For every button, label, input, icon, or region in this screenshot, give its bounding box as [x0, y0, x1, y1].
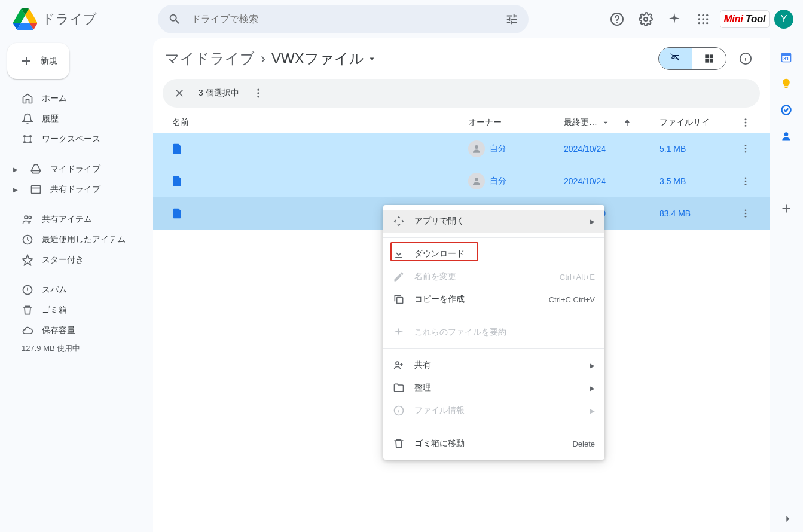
keep-icon[interactable] [780, 78, 792, 90]
logo-section[interactable]: ドライブ [5, 7, 153, 31]
menu-open-with[interactable]: アプリで開く ▶ [383, 210, 604, 233]
sidebar-item-workspaces[interactable]: ワークスペース [7, 129, 146, 149]
svg-point-2 [644, 17, 648, 21]
drive-icon [30, 163, 42, 175]
workspace-icon [22, 133, 33, 145]
svg-point-26 [257, 89, 259, 91]
search-icon[interactable] [163, 7, 187, 31]
settings-icon[interactable] [634, 7, 658, 31]
svg-point-5 [706, 14, 708, 16]
sidebar-item-activity[interactable]: 履歴 [7, 109, 146, 129]
people-icon [22, 213, 33, 225]
svg-point-51 [784, 132, 789, 136]
svg-point-37 [745, 177, 747, 179]
col-owner[interactable]: オーナー [468, 117, 564, 128]
svg-rect-16 [32, 185, 41, 193]
row-date: 2024/10/24 [564, 176, 660, 186]
sidebar-item-recent[interactable]: 最近使用したアイテム [7, 230, 146, 250]
folder-icon [393, 382, 405, 394]
storage-usage: 127.9 MB 使用中 [7, 343, 146, 354]
menu-copy[interactable]: コピーを作成 Ctrl+C Ctrl+V [383, 288, 604, 311]
copy-icon [393, 293, 405, 305]
svg-point-7 [702, 18, 704, 20]
chevron-right-icon: ▶ [10, 166, 22, 173]
avatar[interactable]: Y [774, 10, 793, 29]
svg-point-18 [29, 216, 31, 219]
details-icon[interactable] [734, 47, 758, 71]
sort-up-icon [622, 118, 632, 127]
col-modified[interactable]: 最終更… [564, 117, 660, 128]
star-icon [22, 254, 33, 266]
svg-point-15 [29, 141, 32, 143]
calendar-icon[interactable]: 31 [780, 51, 792, 63]
cloud-icon [22, 325, 33, 337]
clear-selection-button[interactable] [167, 81, 191, 105]
dropdown-icon [367, 53, 377, 64]
tasks-icon[interactable] [780, 104, 792, 116]
svg-point-31 [745, 125, 747, 127]
sidebar-item-trash[interactable]: ゴミ箱 [7, 300, 146, 320]
menu-download[interactable]: ダウンロード [383, 243, 604, 265]
minitool-badge[interactable]: Mini Tool [720, 10, 770, 28]
apps-icon[interactable] [691, 7, 715, 31]
svg-point-30 [745, 122, 747, 124]
col-name[interactable]: 名前 [163, 117, 468, 128]
list-view-button[interactable] [659, 48, 692, 69]
table-row[interactable]: 自分 2024/10/24 5.1 MB [153, 133, 770, 165]
selection-count: 3 個選択中 [199, 88, 239, 99]
home-icon [22, 93, 33, 105]
new-button[interactable]: 新規 [7, 43, 69, 79]
svg-point-38 [745, 181, 747, 182]
table-header: 名前 オーナー 最終更… ファイルサイ [153, 112, 770, 133]
row-menu-button[interactable] [731, 208, 760, 219]
breadcrumb-current[interactable]: VWXファイル [271, 49, 377, 68]
sidebar-item-spam[interactable]: スパム [7, 280, 146, 300]
file-icon [163, 207, 191, 219]
chevron-right-icon: ▶ [10, 186, 22, 193]
sidebar-item-shared-with-me[interactable]: 共有アイテム [7, 209, 146, 230]
info-icon [393, 405, 405, 417]
svg-rect-21 [705, 54, 709, 58]
svg-text:31: 31 [783, 56, 789, 62]
menu-summarize: これらのファイルを要約 [383, 321, 604, 344]
menu-rename: 名前を変更 Ctrl+Alt+E [383, 265, 604, 288]
svg-rect-44 [397, 298, 403, 304]
row-menu-button[interactable] [731, 176, 760, 186]
col-menu-button[interactable] [731, 117, 760, 128]
spam-icon [22, 284, 33, 296]
drive-logo-icon [13, 7, 37, 31]
collapse-panel-button[interactable] [781, 513, 793, 525]
sidebar-item-shared-drives[interactable]: ▶共有ドライブ [7, 179, 146, 200]
row-menu-button[interactable] [731, 143, 760, 154]
sidebar-item-home[interactable]: ホーム [7, 88, 146, 109]
selection-more-button[interactable] [246, 81, 270, 105]
breadcrumb-root[interactable]: マイドライブ [165, 49, 255, 68]
header-right: Mini Tool Y [533, 7, 798, 31]
menu-share[interactable]: 共有 ▶ [383, 354, 604, 377]
sidebar-item-starred[interactable]: スター付き [7, 250, 146, 270]
search-options-icon[interactable] [500, 7, 524, 31]
row-size: 3.5 MB [660, 176, 731, 186]
add-on-button[interactable] [774, 197, 798, 221]
side-panel: 31 [770, 38, 803, 532]
gemini-icon[interactable] [662, 7, 686, 31]
sidebar-item-storage[interactable]: 保存容量 [7, 320, 146, 341]
svg-point-9 [698, 22, 700, 24]
sparkle-icon [393, 326, 405, 338]
plus-icon [19, 54, 33, 68]
col-size[interactable]: ファイルサイ [660, 117, 731, 128]
context-menu: アプリで開く ▶ ダウンロード 名前を変更 Ctrl+Alt+E コピーを作成 … [383, 205, 604, 460]
grid-view-button[interactable] [692, 48, 726, 69]
menu-organize[interactable]: 整理 ▶ [383, 377, 604, 399]
breadcrumb-row: マイドライブ › VWXファイル [153, 38, 770, 79]
contacts-icon[interactable] [780, 130, 792, 142]
search-input[interactable] [187, 14, 500, 25]
sidebar-item-mydrive[interactable]: ▶マイドライブ [7, 159, 146, 179]
header: ドライブ Mini Tool Y [0, 0, 803, 38]
help-icon[interactable] [605, 7, 629, 31]
search-bar [158, 5, 529, 33]
menu-move-to-trash[interactable]: ゴミ箱に移動 Delete [383, 432, 604, 455]
row-owner: 自分 [468, 140, 564, 157]
svg-point-41 [745, 209, 747, 211]
table-row[interactable]: 自分 2024/10/24 3.5 MB [153, 165, 770, 197]
